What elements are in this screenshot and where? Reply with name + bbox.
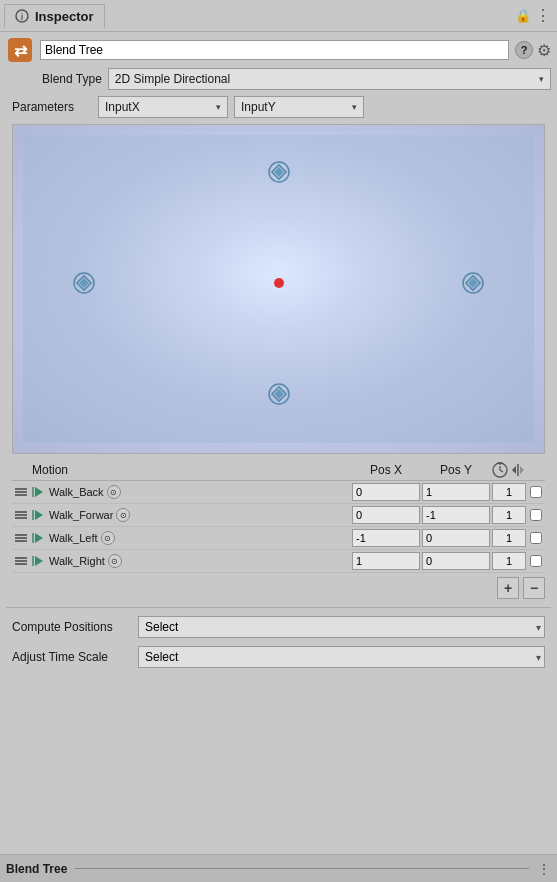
svg-marker-24 (35, 510, 43, 520)
posx-3 (351, 552, 421, 570)
speed-input-3[interactable] (492, 552, 526, 570)
bottom-bar-label: Blend Tree (6, 862, 67, 876)
col-motion-header: Motion (32, 463, 351, 477)
separator-1 (6, 607, 551, 608)
table-row: Walk_Back ⊙ (12, 481, 545, 504)
tab-right-icons: 🔒 ⋮ (515, 6, 551, 25)
svg-marker-26 (35, 533, 43, 543)
compute-positions-select[interactable]: Select (138, 616, 545, 638)
param1-select[interactable]: InputX ▾ (98, 96, 228, 118)
bottom-bar-line (75, 868, 529, 869)
table-row: Walk_Right ⊙ (12, 550, 545, 573)
marker-walk-right[interactable] (462, 272, 484, 294)
posy-0 (421, 483, 491, 501)
posy-1 (421, 506, 491, 524)
inspector-tab-label[interactable]: i Inspector (4, 4, 105, 28)
parameters-row: Parameters InputX ▾ InputY ▾ (6, 96, 551, 118)
mirror-checkbox-2[interactable] (530, 532, 542, 544)
settings-icon[interactable]: ⚙ (537, 41, 551, 60)
posy-input-1[interactable] (422, 506, 490, 524)
inspector-icon: i (15, 9, 29, 23)
blend-viz-inner (23, 135, 534, 443)
mirror-checkbox-3[interactable] (530, 555, 542, 567)
mirror-check-1 (527, 509, 545, 521)
posy-input-2[interactable] (422, 529, 490, 547)
motion-select-btn-2[interactable]: ⊙ (101, 531, 115, 545)
blend-tree-name-input[interactable] (40, 40, 509, 60)
motion-name-2: Walk_Left ⊙ (32, 531, 351, 545)
posy-input-0[interactable] (422, 483, 490, 501)
speed-input-2[interactable] (492, 529, 526, 547)
help-icon[interactable]: ? (515, 41, 533, 59)
anim-clip-icon-0 (32, 485, 46, 499)
anim-clip-icon-1 (32, 508, 46, 522)
mirror-check-3 (527, 555, 545, 567)
compute-positions-row: Compute Positions Select ▾ (6, 612, 551, 642)
marker-walk-forward[interactable] (268, 383, 290, 405)
mirror-check-0 (527, 486, 545, 498)
param2-select[interactable]: InputY ▾ (234, 96, 364, 118)
motion-select-btn-1[interactable]: ⊙ (116, 508, 130, 522)
mirror-check-2 (527, 532, 545, 544)
inspector-tab: i Inspector 🔒 ⋮ (0, 0, 557, 32)
posy-input-3[interactable] (422, 552, 490, 570)
speed-input-0[interactable] (492, 483, 526, 501)
motion-table: Motion Pos X Pos Y (12, 460, 545, 573)
center-dot[interactable] (274, 278, 284, 288)
header-right-icons: ? ⚙ (515, 41, 551, 60)
blend-type-arrow: ▾ (539, 74, 544, 84)
drag-handle-1[interactable] (12, 509, 32, 521)
inspector-body: ⇄ ? ⚙ Blend Type 2D Simple Directional ▾… (0, 32, 557, 676)
posy-2 (421, 529, 491, 547)
mirror-icon (510, 462, 526, 478)
marker-walk-left[interactable] (73, 272, 95, 294)
col-posy-header: Pos Y (421, 463, 491, 477)
marker-walk-back[interactable] (268, 161, 290, 183)
lock-icon[interactable]: 🔒 (515, 8, 531, 23)
blend-type-row: Blend Type 2D Simple Directional ▾ (6, 68, 551, 90)
col-posx-header: Pos X (351, 463, 421, 477)
anim-clip-icon-2 (32, 531, 46, 545)
inspector-label: Inspector (35, 9, 94, 24)
speed-1 (491, 506, 527, 524)
svg-text:i: i (21, 12, 24, 22)
mirror-checkbox-1[interactable] (530, 509, 542, 521)
posx-input-0[interactable] (352, 483, 420, 501)
adjust-time-scale-row: Adjust Time Scale Select ▾ (6, 642, 551, 672)
motion-select-btn-3[interactable]: ⊙ (108, 554, 122, 568)
remove-motion-button[interactable]: − (523, 577, 545, 599)
blend-type-select[interactable]: 2D Simple Directional ▾ (108, 68, 551, 90)
drag-handle-2[interactable] (12, 532, 32, 544)
blend-tree-header: ⇄ ? ⚙ (6, 36, 551, 64)
motion-name-3: Walk_Right ⊙ (32, 554, 351, 568)
table-row: Walk_Left ⊙ (12, 527, 545, 550)
adjust-time-scale-select-wrapper: Select ▾ (138, 646, 545, 668)
svg-text:⇄: ⇄ (14, 42, 28, 59)
posx-2 (351, 529, 421, 547)
compute-positions-select-wrapper: Select ▾ (138, 616, 545, 638)
posx-input-1[interactable] (352, 506, 420, 524)
parameters-label: Parameters (12, 100, 92, 114)
blend-type-label: Blend Type (42, 72, 102, 86)
svg-marker-20 (512, 466, 516, 474)
table-row: Walk_Forwar ⊙ (12, 504, 545, 527)
adjust-time-scale-select[interactable]: Select (138, 646, 545, 668)
param2-arrow: ▾ (352, 102, 357, 112)
mirror-checkbox-0[interactable] (530, 486, 542, 498)
blend-visualization[interactable] (12, 124, 545, 454)
posx-input-3[interactable] (352, 552, 420, 570)
posx-input-2[interactable] (352, 529, 420, 547)
motion-select-btn-0[interactable]: ⊙ (107, 485, 121, 499)
add-motion-button[interactable]: + (497, 577, 519, 599)
col-icons-header (491, 462, 527, 478)
blend-tree-icon: ⇄ (6, 36, 34, 64)
more-icon[interactable]: ⋮ (535, 6, 551, 25)
motion-name-0: Walk_Back ⊙ (32, 485, 351, 499)
drag-handle-0[interactable] (12, 486, 32, 498)
param1-arrow: ▾ (216, 102, 221, 112)
drag-handle-3[interactable] (12, 555, 32, 567)
bottom-bar-expand-icon[interactable]: ⋮ (537, 861, 551, 877)
motion-name-1: Walk_Forwar ⊙ (32, 508, 351, 522)
speed-input-1[interactable] (492, 506, 526, 524)
speed-3 (491, 552, 527, 570)
